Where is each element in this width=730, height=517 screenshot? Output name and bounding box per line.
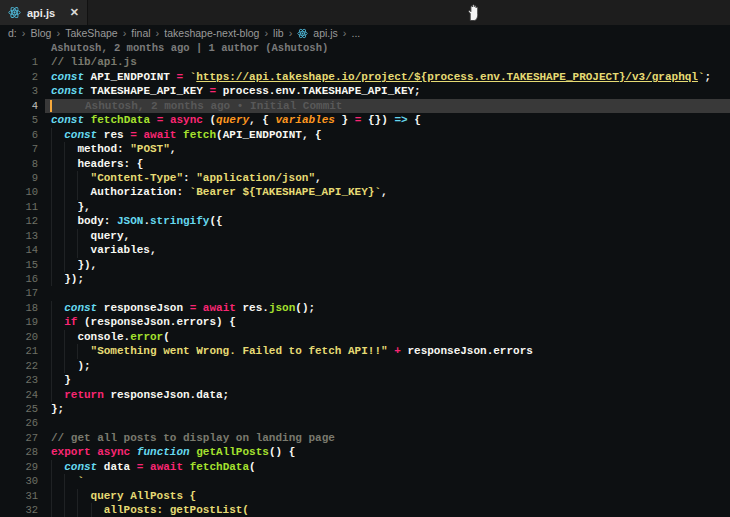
- code-editor[interactable]: Ashutosh, 2 months ago | 1 author (Ashut…: [0, 41, 730, 517]
- line-number[interactable]: 18: [0, 301, 38, 315]
- line-number[interactable]: 13: [0, 229, 38, 243]
- code-line[interactable]: 27// get all posts to display on landing…: [0, 431, 730, 445]
- code-line[interactable]: 2const API_ENDPOINT = `https://api.takes…: [0, 70, 730, 84]
- indent-guide: [64, 229, 77, 243]
- code-line[interactable]: 11},: [0, 200, 730, 214]
- code-line[interactable]: 1// lib/api.js: [0, 55, 730, 69]
- code-line[interactable]: 16});: [0, 272, 730, 286]
- code-line[interactable]: 20console.error(: [0, 330, 730, 344]
- code-line[interactable]: 7method: "POST",: [0, 142, 730, 156]
- code-line[interactable]: 4Ashutosh, 2 months ago • Initial Commit: [0, 99, 730, 113]
- indent-guide: [64, 258, 77, 272]
- code-token: stringify: [150, 214, 209, 228]
- breadcrumb-item[interactable]: Blog: [30, 27, 51, 39]
- code-line[interactable]: 17: [0, 286, 730, 300]
- code-line[interactable]: 19if (responseJson.errors) {: [0, 315, 730, 329]
- code-token: async: [97, 445, 130, 459]
- line-number[interactable]: 25: [0, 402, 38, 416]
- code-line[interactable]: 25};: [0, 402, 730, 416]
- line-number[interactable]: 17: [0, 286, 38, 300]
- code-line[interactable]: 18const responseJson = await res.json();: [0, 301, 730, 315]
- line-number[interactable]: 2: [0, 70, 38, 84]
- line-number[interactable]: 31: [0, 489, 38, 503]
- code-token: .: [143, 214, 150, 228]
- code-line[interactable]: 12body: JSON.stringify({: [0, 214, 730, 228]
- tab-api-js[interactable]: api.js ✕: [0, 0, 88, 25]
- code-line[interactable]: 3const TAKESHAPE_API_KEY = process.env.T…: [0, 84, 730, 98]
- line-number[interactable]: 12: [0, 214, 38, 228]
- code-line[interactable]: 24return responseJson.data;: [0, 388, 730, 402]
- code-line[interactable]: 31query AllPosts {: [0, 489, 730, 503]
- code-line[interactable]: 10Authorization: `Bearer ${TAKESHAPE_API…: [0, 185, 730, 199]
- breadcrumb-item[interactable]: lib: [273, 27, 284, 39]
- breadcrumb-item[interactable]: final: [131, 27, 150, 39]
- line-number[interactable]: 11: [0, 200, 38, 214]
- indent-guide: [64, 344, 77, 358]
- breadcrumb-item[interactable]: api.js: [313, 27, 338, 39]
- code-line[interactable]: 26: [0, 416, 730, 430]
- line-number[interactable]: 9: [0, 171, 38, 185]
- line-number[interactable]: 14: [0, 243, 38, 257]
- code-token: json: [269, 301, 295, 315]
- code-line[interactable]: 13query,: [0, 229, 730, 243]
- indent-guide: [51, 229, 64, 243]
- code-token: }: [64, 373, 71, 387]
- line-number[interactable]: 5: [0, 113, 38, 127]
- code-line[interactable]: 8headers: {: [0, 157, 730, 171]
- line-number[interactable]: 6: [0, 128, 38, 142]
- code-token: [183, 460, 190, 474]
- code-token: "application/json": [196, 171, 315, 185]
- line-number[interactable]: 3: [0, 84, 38, 98]
- line-number[interactable]: 15: [0, 258, 38, 272]
- code-line-content: export async function getAllPosts() {: [51, 445, 295, 459]
- code-line[interactable]: 23}: [0, 373, 730, 387]
- line-number[interactable]: 8: [0, 157, 38, 171]
- line-number[interactable]: 26: [0, 416, 38, 430]
- line-number[interactable]: 27: [0, 431, 38, 445]
- line-number[interactable]: 24: [0, 388, 38, 402]
- line-number[interactable]: 1: [0, 55, 38, 69]
- indent-guide: [64, 330, 77, 344]
- line-number[interactable]: 28: [0, 445, 38, 459]
- code-token: ,: [170, 142, 177, 156]
- code-token: `: [77, 474, 84, 488]
- code-line[interactable]: 32allPosts: getPostList(: [0, 503, 730, 517]
- code-line[interactable]: 21"Something went Wrong. Failed to fetch…: [0, 344, 730, 358]
- close-icon[interactable]: ✕: [70, 7, 79, 18]
- line-number[interactable]: 7: [0, 142, 38, 156]
- line-number[interactable]: 10: [0, 185, 38, 199]
- line-number[interactable]: 16: [0, 272, 38, 286]
- code-line[interactable]: 15}),: [0, 258, 730, 272]
- indent-guide: [64, 171, 77, 185]
- code-line[interactable]: 6const res = await fetch(API_ENDPOINT, {: [0, 128, 730, 142]
- breadcrumb-item[interactable]: takeshape-next-blog: [164, 27, 259, 39]
- code-line-content: });: [51, 272, 84, 286]
- indent-guide: [77, 171, 90, 185]
- line-number[interactable]: 23: [0, 373, 38, 387]
- code-line-content: };: [51, 402, 64, 416]
- code-line[interactable]: 5const fetchData = async (query, { varia…: [0, 113, 730, 127]
- line-number[interactable]: 21: [0, 344, 38, 358]
- breadcrumb-item[interactable]: ...: [351, 27, 360, 39]
- code-line-content: `: [51, 474, 84, 488]
- code-line[interactable]: 30`: [0, 474, 730, 488]
- code-line[interactable]: 14variables,: [0, 243, 730, 257]
- code-line[interactable]: 22);: [0, 359, 730, 373]
- code-line[interactable]: 28export async function getAllPosts() {: [0, 445, 730, 459]
- breadcrumb-separator: ›: [56, 27, 60, 39]
- line-number[interactable]: 32: [0, 503, 38, 517]
- line-number[interactable]: 30: [0, 474, 38, 488]
- code-line-content: // get all posts to display on landing p…: [51, 431, 335, 445]
- code-token: , {: [249, 113, 275, 127]
- gitlens-authors-codelens[interactable]: Ashutosh, 2 months ago | 1 author (Ashut…: [51, 41, 730, 55]
- line-number[interactable]: 4: [0, 99, 38, 113]
- code-line[interactable]: 9"Content-Type": "application/json",: [0, 171, 730, 185]
- breadcrumb-item[interactable]: TakeShape: [65, 27, 118, 39]
- line-number[interactable]: 19: [0, 315, 38, 329]
- breadcrumb-item[interactable]: d:: [8, 27, 17, 39]
- line-number[interactable]: 29: [0, 460, 38, 474]
- line-number[interactable]: 22: [0, 359, 38, 373]
- code-token: res: [97, 128, 130, 142]
- line-number[interactable]: 20: [0, 330, 38, 344]
- code-line[interactable]: 29const data = await fetchData(: [0, 460, 730, 474]
